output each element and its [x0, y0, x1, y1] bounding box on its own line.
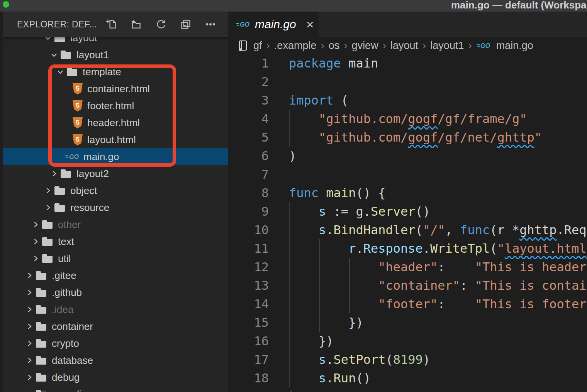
code-text: import (	[289, 93, 348, 108]
book-icon	[238, 39, 248, 52]
close-icon[interactable]: ×	[306, 19, 314, 30]
code-line-3[interactable]: 3import (	[228, 91, 587, 110]
chevron-placeholder	[56, 152, 65, 161]
line-number: 11	[228, 241, 269, 256]
code-text: s.SetPort(8199)	[289, 352, 430, 367]
code-line-8[interactable]: 8func main() {	[228, 184, 587, 202]
breadcrumb-separator: ›	[316, 39, 328, 52]
tree-item-template[interactable]: template	[3, 63, 228, 80]
folder-icon	[60, 168, 72, 179]
tree-item-label: layout1	[76, 49, 109, 61]
more-actions-icon[interactable]	[205, 19, 216, 30]
go-icon: GO	[236, 20, 251, 29]
tree-item-footer-html[interactable]: 5footer.html	[3, 97, 228, 114]
code-line-4[interactable]: 4 "github.com/gogf/gf/frame/g"	[228, 110, 587, 128]
line-number: 10	[228, 223, 269, 237]
code-text: )	[289, 149, 296, 163]
tree-item-main-go[interactable]: GOmain.go	[3, 148, 228, 165]
tree-item-debug[interactable]: debug	[3, 369, 228, 386]
breadcrumb-separator: ›	[418, 39, 430, 52]
breadcrumb: gf›.example›os›gview›layout›layout1›GOma…	[228, 37, 587, 54]
code-line-2[interactable]: 2	[228, 73, 587, 91]
folder-icon	[66, 66, 78, 78]
breadcrumb-item-gf[interactable]: gf	[253, 40, 262, 52]
code-line-9[interactable]: 9 s := g.Server()	[228, 202, 587, 221]
html5-icon: 5	[73, 83, 83, 95]
tree-item-container-html[interactable]: 5container.html	[3, 80, 228, 97]
line-number: 7	[228, 167, 269, 182]
code-line-15[interactable]: 15 })	[228, 313, 587, 332]
tree-item-encoding[interactable]: encoding	[3, 386, 228, 392]
code-line-5[interactable]: 5 "github.com/gogf/gf/net/ghttp"	[228, 128, 587, 147]
code-line-11[interactable]: 11 r.Response.WriteTpl("layout.html", g.…	[228, 239, 587, 258]
code-line-19[interactable]: 19}	[228, 387, 587, 392]
html5-icon: 5	[73, 100, 83, 112]
code-line-17[interactable]: 17 s.SetPort(8199)	[228, 350, 587, 369]
new-file-icon[interactable]	[106, 19, 117, 30]
window-control-green-icon[interactable]	[3, 1, 9, 8]
code-line-16[interactable]: 16 })	[228, 332, 587, 350]
breadcrumb-item-layout[interactable]: layout	[390, 40, 418, 52]
tree-item-other[interactable]: other	[3, 216, 228, 233]
chevron-right-icon	[31, 254, 40, 263]
tree-item-layout2[interactable]: layout2	[3, 165, 228, 182]
code-text: })	[289, 334, 334, 348]
tree-item-crypto[interactable]: crypto	[3, 335, 228, 352]
svg-text:GO: GO	[240, 21, 249, 28]
tab-main-go[interactable]: GO main.go ×	[228, 12, 319, 37]
code-text: s.BindHandler("/", func(r *ghttp.Request…	[289, 223, 587, 237]
line-number: 12	[228, 260, 269, 274]
chevron-right-icon	[25, 271, 34, 280]
tree-item-layout-html[interactable]: 5layout.html	[3, 131, 228, 148]
chevron-placeholder	[62, 101, 71, 110]
breadcrumb-item-gview[interactable]: gview	[352, 40, 378, 52]
code-line-10[interactable]: 10 s.BindHandler("/", func(r *ghttp.Requ…	[228, 221, 587, 239]
code-line-14[interactable]: 14 "footer": "This is footer",	[228, 295, 587, 313]
tree-item-label: object	[70, 185, 97, 197]
tree-item-header-html[interactable]: 5header.html	[3, 114, 228, 131]
tree-item-idea[interactable]: .idea	[3, 301, 228, 318]
code-text: func main() {	[289, 186, 385, 200]
code-line-18[interactable]: 18 s.Run()	[228, 369, 587, 387]
code-editor[interactable]: 1package main23import (4 "github.com/gog…	[228, 54, 587, 392]
breadcrumb-item--example[interactable]: .example	[274, 40, 317, 52]
tab-bar: GO main.go ×	[228, 12, 587, 37]
line-number: 3	[228, 93, 269, 108]
tree-item-container[interactable]: container	[3, 318, 228, 335]
tree-item-label: container.html	[87, 83, 150, 95]
code-line-6[interactable]: 6)	[228, 147, 587, 165]
tree-item-label: footer.html	[87, 100, 134, 112]
tree-item-database[interactable]: database	[3, 352, 228, 369]
tree-item-layout1[interactable]: layout1	[3, 46, 228, 63]
refresh-icon[interactable]	[155, 19, 167, 30]
tree-item-label: layout2	[76, 168, 109, 180]
breadcrumb-item-layout1[interactable]: layout1	[430, 40, 464, 52]
line-number: 2	[228, 74, 269, 89]
code-line-13[interactable]: 13 "container": "This is container",	[228, 276, 587, 295]
chevron-right-icon	[25, 288, 34, 297]
folder-icon	[60, 49, 72, 61]
html5-icon: 5	[73, 134, 83, 145]
breadcrumb-item-main-go[interactable]: main.go	[496, 40, 533, 52]
code-line-1[interactable]: 1package main	[228, 54, 587, 73]
tree-item-label: text	[58, 236, 74, 248]
line-number: 8	[228, 186, 269, 200]
tree-item-gitee[interactable]: .gitee	[3, 267, 228, 284]
chevron-right-icon	[25, 373, 34, 382]
tree-item-util[interactable]: util	[3, 250, 228, 267]
tree-item-object[interactable]: object	[3, 182, 228, 199]
chevron-down-icon	[49, 50, 59, 59]
tree-item-text[interactable]: text	[3, 233, 228, 250]
explorer-title: EXPLORER: DEF...	[17, 19, 97, 30]
line-number: 9	[228, 204, 269, 219]
tree-item-resource[interactable]: resource	[3, 199, 228, 216]
folder-icon	[36, 270, 47, 281]
breadcrumb-item-os[interactable]: os	[329, 40, 340, 52]
code-line-12[interactable]: 12 "header": "This is header",	[228, 258, 587, 276]
new-folder-icon[interactable]	[131, 19, 142, 30]
collapse-all-icon[interactable]	[180, 19, 192, 30]
tree-item-github[interactable]: .github	[3, 284, 228, 301]
code-line-7[interactable]: 7	[228, 165, 587, 184]
breadcrumb-separator: ›	[339, 39, 351, 52]
line-number: 18	[228, 371, 269, 385]
